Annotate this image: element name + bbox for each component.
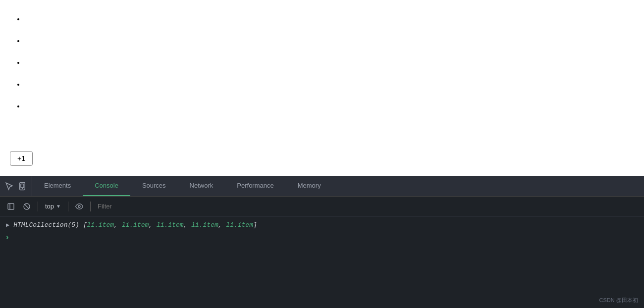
devtools-panel: Elements Console Sources Network Perform… [0,176,644,308]
console-prompt-icon: › [6,233,8,242]
clear-console-icon[interactable] [20,201,34,212]
console-output-line: ▶ HTMLCollection(5) [li.item, li.item, l… [0,219,644,231]
li-item-2: li.item [122,221,149,229]
toolbar-separator-3 [90,202,91,211]
watermark: CSDN @田本初 [599,297,638,304]
list-item [25,15,629,23]
live-expression-icon[interactable] [72,201,86,212]
svg-point-7 [78,205,80,207]
tab-memory[interactable]: Memory [286,176,333,196]
li-item-5: li.item [226,221,253,229]
sidebar-toggle-icon[interactable] [4,201,18,212]
list-item [25,37,629,45]
bullet-list [15,15,629,110]
plus-one-button[interactable]: +1 [10,151,33,166]
filter-input[interactable] [98,203,640,210]
inspect-icon[interactable] [5,182,14,191]
svg-rect-3 [8,204,14,209]
device-icon[interactable] [18,182,27,191]
li-item-4: li.item [191,221,218,229]
svg-rect-1 [21,184,24,188]
devtools-tabs-bar: Elements Console Sources Network Perform… [0,176,644,197]
toolbar-separator [38,202,38,211]
li-item-1: li.item [87,221,114,229]
tab-sources[interactable]: Sources [130,176,178,196]
tab-network[interactable]: Network [178,176,225,196]
list-item [25,58,629,66]
expand-arrow-icon[interactable]: ▶ [6,221,9,229]
devtools-toolbar: top ▼ [0,197,644,216]
tab-console[interactable]: Console [83,176,130,196]
svg-line-6 [24,204,29,208]
context-selector[interactable]: top ▼ [42,202,64,211]
list-item [25,102,629,110]
context-dropdown-arrow: ▼ [56,204,61,209]
toolbar-separator-2 [68,202,68,211]
context-label: top [45,203,54,210]
filter-input-wrapper[interactable] [98,203,640,210]
tab-elements[interactable]: Elements [32,176,83,196]
li-item-3: li.item [157,221,184,229]
page-content: +1 [0,0,644,176]
devtools-console: ▶ HTMLCollection(5) [li.item, li.item, l… [0,216,644,308]
console-prompt-line: › [0,231,644,244]
tab-performance[interactable]: Performance [225,176,285,196]
html-collection-label: HTMLCollection(5) [li.item, li.item, li.… [13,221,257,229]
devtools-icon-group [0,176,32,196]
list-item [25,80,629,88]
